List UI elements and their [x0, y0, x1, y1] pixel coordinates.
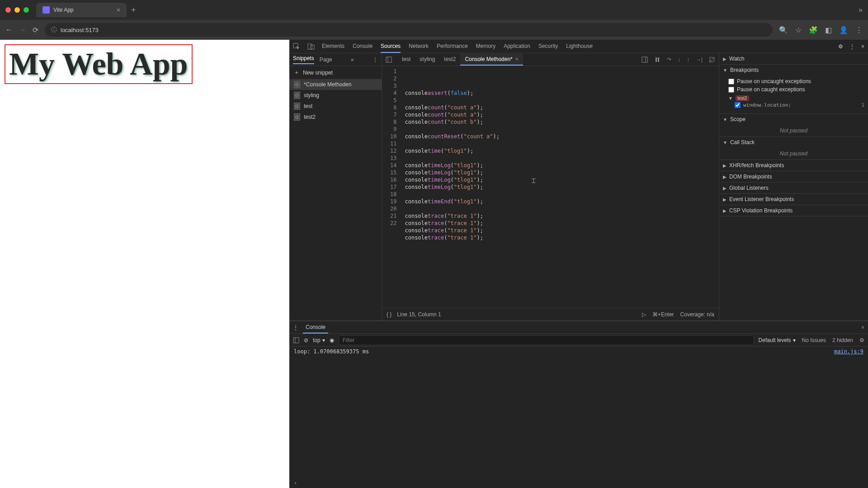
global-header[interactable]: ▶Global Listeners — [719, 183, 868, 193]
snippet-item[interactable]: ⟨⟩styling — [289, 90, 382, 101]
devtools-tab-sources[interactable]: Sources — [381, 40, 401, 53]
code-line[interactable]: consoletimeLog("tlog1"); — [405, 183, 500, 191]
code-line[interactable]: consoletrace("trace 1"); — [405, 212, 500, 220]
bookmark-icon[interactable]: ☆ — [795, 26, 802, 34]
pause-uncaught-checkbox[interactable] — [728, 79, 734, 84]
settings-icon[interactable]: ⚙ — [838, 43, 843, 50]
step-into-icon[interactable]: ↓ — [678, 56, 680, 63]
devtools-tab-application[interactable]: Application — [504, 40, 530, 53]
code-line[interactable]: consolecountReset("count a"); — [405, 133, 500, 140]
breakpoint-group-header[interactable]: ▼test2 — [728, 95, 864, 101]
snippets-tab[interactable]: Snippets — [293, 55, 314, 64]
devtools-tab-network[interactable]: Network — [409, 40, 429, 53]
editor-tab[interactable]: test — [397, 54, 415, 66]
console-source-link[interactable]: main.js:9 — [834, 348, 863, 355]
breakpoint-entry[interactable]: window.location;1 — [728, 101, 864, 109]
console-prompt[interactable]: › — [289, 478, 868, 488]
code-line[interactable] — [405, 241, 500, 249]
navigator-menu-icon[interactable]: ⋮ — [373, 56, 378, 63]
profile-icon[interactable]: 👤 — [839, 26, 848, 34]
minimize-window-icon[interactable] — [14, 7, 20, 13]
clear-console-icon[interactable]: ⊘ — [304, 337, 308, 343]
code-line[interactable]: consoleassert(false); — [405, 89, 500, 97]
toggle-navigator-icon[interactable] — [386, 56, 392, 63]
code-line[interactable] — [405, 191, 500, 198]
url-bar[interactable]: ⓘ localhost:5173 — [45, 23, 773, 37]
code-line[interactable]: consoletimeLog("tlog1"); — [405, 162, 500, 169]
devtools-tab-lighthouse[interactable]: Lighthouse — [566, 40, 593, 53]
log-levels-selector[interactable]: Default levels▾ — [759, 337, 796, 343]
csp-header[interactable]: ▶CSP Violation Breakpoints — [719, 205, 868, 216]
site-info-icon[interactable]: ⓘ — [51, 26, 57, 34]
menu-icon[interactable]: ⋮ — [855, 26, 863, 34]
devtools-tab-elements[interactable]: Elements — [322, 40, 344, 53]
back-button[interactable]: ← — [5, 26, 13, 34]
pause-icon[interactable] — [654, 56, 660, 63]
watch-header[interactable]: ▶Watch — [719, 53, 868, 64]
code-line[interactable]: consoletimeLog("tlog1"); — [405, 169, 500, 176]
code-line[interactable]: consolecount("count a"); — [405, 111, 500, 118]
new-snippet-button[interactable]: ＋ New snippet — [289, 66, 382, 79]
pause-uncaught-row[interactable]: Pause on uncaught exceptions — [728, 77, 864, 85]
console-settings-icon[interactable]: ⚙ — [859, 337, 864, 343]
deactivate-breakpoints-icon[interactable] — [709, 56, 715, 63]
close-window-icon[interactable] — [5, 7, 11, 13]
code-line[interactable]: consoletrace("trace 1"); — [405, 220, 500, 227]
run-snippet-icon[interactable]: ▷ — [642, 311, 646, 318]
close-devtools-icon[interactable]: × — [861, 43, 864, 50]
snippet-item[interactable]: ⟨⟩test — [289, 101, 382, 112]
pause-caught-row[interactable]: Pause on caught exceptions — [728, 85, 864, 94]
code-line[interactable]: consolecount("count a"); — [405, 104, 500, 111]
scope-header[interactable]: ▼Scope — [719, 114, 868, 125]
reload-button[interactable]: ⟳ — [33, 26, 38, 34]
browser-tab[interactable]: Vite App × — [36, 3, 127, 17]
editor-tab[interactable]: styling — [415, 54, 439, 66]
tab-close-icon[interactable]: × — [117, 6, 120, 14]
hidden-label[interactable]: 2 hidden — [832, 337, 853, 343]
code-line[interactable] — [405, 155, 500, 162]
code-line[interactable]: consolecount("count b"); — [405, 118, 500, 126]
navigator-more-icon[interactable]: » — [351, 56, 354, 63]
breakpoints-header[interactable]: ▼Breakpoints — [719, 65, 868, 75]
step-icon[interactable]: →| — [696, 56, 703, 63]
console-filter-input[interactable] — [339, 335, 754, 345]
step-out-icon[interactable]: ↑ — [687, 56, 689, 63]
pause-caught-checkbox[interactable] — [728, 87, 734, 93]
forward-button[interactable]: → — [19, 26, 26, 34]
close-drawer-icon[interactable]: × — [861, 324, 864, 331]
more-icon[interactable]: ⋮ — [849, 43, 855, 50]
live-expression-icon[interactable]: ◉ — [330, 337, 334, 343]
code-line[interactable] — [405, 140, 500, 147]
dom-header[interactable]: ▶DOM Breakpoints — [719, 171, 868, 182]
drawer-menu-icon[interactable]: ⋮ — [293, 324, 298, 331]
breakpoint-checkbox[interactable] — [735, 102, 741, 108]
editor-tab[interactable]: Console Methoden*× — [460, 54, 523, 66]
new-tab-button[interactable]: + — [131, 5, 136, 15]
context-selector[interactable]: top▾ — [313, 337, 325, 343]
code-line[interactable]: consoletimeLog("tlog1"); — [405, 176, 500, 183]
code-line[interactable] — [405, 126, 500, 133]
toggle-debugger-icon[interactable] — [642, 56, 648, 63]
code-line[interactable] — [405, 97, 500, 104]
devtools-tab-memory[interactable]: Memory — [476, 40, 495, 53]
step-over-icon[interactable]: ↷ — [667, 56, 671, 63]
zoom-icon[interactable]: 🔍 — [779, 26, 788, 34]
snippet-item[interactable]: ⟨⟩*Console Methoden — [289, 79, 382, 90]
code-line[interactable]: consoletimeEnd("tlog1"); — [405, 198, 500, 205]
sidepanel-icon[interactable]: ◧ — [825, 26, 832, 34]
extensions-icon[interactable]: 🧩 — [809, 26, 818, 34]
event-header[interactable]: ▶Event Listener Breakpoints — [719, 194, 868, 205]
chrome-expand-icon[interactable]: » — [859, 6, 863, 14]
snippet-item[interactable]: ⟨⟩test2 — [289, 112, 382, 122]
format-icon[interactable]: { } — [387, 311, 392, 318]
callstack-header[interactable]: ▼Call Stack — [719, 137, 868, 148]
device-toolbar-icon[interactable] — [307, 43, 315, 50]
xhr-header[interactable]: ▶XHR/fetch Breakpoints — [719, 160, 868, 171]
code-line[interactable]: consoletime("tlog1"); — [405, 147, 500, 155]
issues-label[interactable]: No Issues — [802, 337, 826, 343]
code-line[interactable]: consoletrace("trace 1"); — [405, 234, 500, 241]
code-body[interactable]: ⌶ consoleassert(false); consolecount("co… — [401, 66, 503, 308]
devtools-tab-security[interactable]: Security — [538, 40, 558, 53]
console-drawer-tab[interactable]: Console — [303, 322, 328, 333]
devtools-tab-console[interactable]: Console — [353, 40, 373, 53]
